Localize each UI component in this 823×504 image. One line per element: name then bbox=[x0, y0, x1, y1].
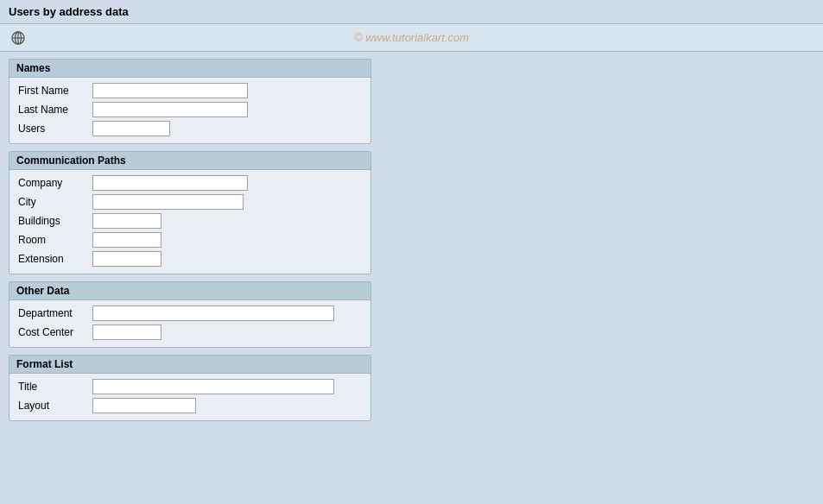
company-label: Company bbox=[18, 177, 87, 189]
buildings-row: Buildings bbox=[18, 213, 362, 229]
extension-row: Extension bbox=[18, 251, 362, 267]
title-label: Title bbox=[18, 381, 87, 393]
buildings-input[interactable] bbox=[92, 213, 161, 229]
room-label: Room bbox=[18, 234, 87, 246]
users-label: Users bbox=[18, 123, 87, 135]
watermark: © www.tutorialkart.com bbox=[354, 31, 469, 44]
company-row: Company bbox=[18, 175, 362, 191]
last-name-label: Last Name bbox=[18, 104, 87, 116]
first-name-input[interactable] bbox=[92, 83, 248, 98]
room-input[interactable] bbox=[92, 232, 161, 248]
title-input[interactable] bbox=[92, 379, 334, 394]
last-name-row: Last Name bbox=[18, 102, 362, 117]
format-list-header: Format List bbox=[9, 356, 370, 374]
format-list-section: Format List Title Layout bbox=[9, 355, 371, 421]
layout-row: Layout bbox=[18, 398, 362, 413]
layout-input[interactable] bbox=[92, 398, 196, 413]
title-row: Title bbox=[18, 379, 362, 394]
first-name-label: First Name bbox=[18, 85, 87, 97]
names-section-header: Names bbox=[9, 60, 370, 78]
main-content: Names First Name Last Name Users Communi… bbox=[0, 52, 823, 428]
department-label: Department bbox=[18, 307, 87, 319]
globe-icon[interactable] bbox=[9, 28, 28, 47]
names-section-body: First Name Last Name Users bbox=[9, 78, 370, 143]
department-input[interactable] bbox=[92, 306, 334, 321]
communication-paths-header: Communication Paths bbox=[9, 152, 370, 170]
extension-input[interactable] bbox=[92, 251, 161, 267]
room-row: Room bbox=[18, 232, 362, 248]
users-input[interactable] bbox=[92, 121, 170, 136]
other-data-header: Other Data bbox=[9, 282, 370, 300]
cost-center-label: Cost Center bbox=[18, 326, 87, 338]
other-data-body: Department Cost Center bbox=[9, 300, 370, 347]
cost-center-input[interactable] bbox=[92, 324, 161, 340]
first-name-row: First Name bbox=[18, 83, 362, 98]
users-row: Users bbox=[18, 121, 362, 136]
department-row: Department bbox=[18, 306, 362, 321]
title-bar: Users by address data bbox=[0, 0, 823, 24]
city-row: City bbox=[18, 194, 362, 210]
other-data-section: Other Data Department Cost Center bbox=[9, 281, 371, 348]
communication-paths-section: Communication Paths Company City Buildin… bbox=[9, 151, 371, 274]
city-input[interactable] bbox=[92, 194, 244, 210]
last-name-input[interactable] bbox=[92, 102, 248, 117]
communication-paths-body: Company City Buildings Room Extension bbox=[9, 170, 370, 274]
extension-label: Extension bbox=[18, 253, 87, 265]
page-title: Users by address data bbox=[9, 5, 129, 18]
layout-label: Layout bbox=[18, 400, 87, 412]
buildings-label: Buildings bbox=[18, 215, 87, 227]
format-list-body: Title Layout bbox=[9, 374, 370, 420]
cost-center-row: Cost Center bbox=[18, 324, 362, 340]
city-label: City bbox=[18, 196, 87, 208]
toolbar: © www.tutorialkart.com bbox=[0, 24, 823, 52]
company-input[interactable] bbox=[92, 175, 248, 191]
names-section: Names First Name Last Name Users bbox=[9, 59, 371, 144]
